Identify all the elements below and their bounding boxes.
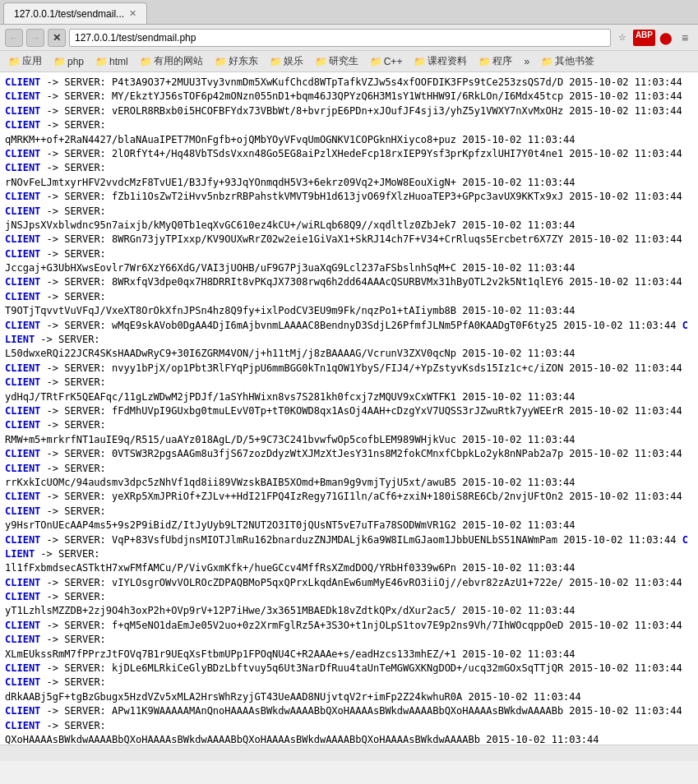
bookmark-research[interactable]: 📁 研究生 (310, 53, 363, 70)
bookmark-programs[interactable]: 📁 程序 (474, 53, 517, 70)
active-tab[interactable]: 127.0.0.1/test/sendmail... ✕ (3, 2, 147, 24)
bookmark-apps[interactable]: 📁 应用 (3, 53, 47, 70)
bookmark-label: 课程资料 (428, 54, 467, 68)
stop-button[interactable]: ✕ (48, 29, 66, 47)
tab-bar: 127.0.0.1/test/sendmail... ✕ (0, 0, 698, 25)
stop-icon[interactable]: ⬤ (658, 30, 674, 46)
folder-icon: 📁 (95, 56, 108, 67)
folder-icon: 📁 (541, 56, 553, 67)
folder-icon: 📁 (8, 56, 21, 67)
nav-bar: ← → ✕ ☆ ABP ⬤ ≡ (0, 25, 698, 51)
bookmark-entertainment[interactable]: 📁 娱乐 (265, 53, 308, 70)
bookmark-label: » (524, 56, 529, 67)
content-text: CLIENT -> SERVER: P4t3A9O37+2MUU3Tvy3vnm… (5, 76, 693, 745)
bookmark-useful[interactable]: 📁 有用的网站 (135, 53, 208, 70)
bookmark-label: C++ (384, 56, 403, 67)
bookmark-label: html (109, 56, 128, 67)
forward-button[interactable]: → (26, 29, 44, 47)
bookmark-others[interactable]: 📁 其他书签 (536, 53, 599, 70)
bookmark-label: 娱乐 (284, 54, 303, 68)
bookmark-label: 应用 (22, 54, 42, 68)
tab-title: 127.0.0.1/test/sendmail... (14, 8, 124, 20)
content-area[interactable]: CLIENT -> SERVER: P4t3A9O37+2MUU3Tvy3vnm… (0, 72, 698, 745)
bookmark-label: 有用的网站 (154, 54, 203, 68)
bookmark-more[interactable]: » (519, 54, 534, 69)
bookmark-label: 其他书签 (555, 54, 594, 68)
bookmark-php[interactable]: 📁 php (49, 54, 89, 69)
bookmark-cpp[interactable]: 📁 C++ (365, 54, 408, 69)
folder-icon: 📁 (270, 56, 282, 67)
bookmark-label: 研究生 (329, 54, 358, 68)
bookmark-html[interactable]: 📁 html (90, 54, 133, 69)
back-button[interactable]: ← (5, 29, 23, 47)
bookmark-good[interactable]: 📁 好东东 (210, 53, 263, 70)
bookmarks-bar: 📁 应用 📁 php 📁 html 📁 有用的网站 📁 好东东 📁 娱乐 📁 研… (0, 51, 698, 72)
nav-icons: ☆ ABP ⬤ ≡ (614, 30, 693, 46)
bookmark-label: php (67, 56, 84, 67)
bookmark-course[interactable]: 📁 课程资料 (409, 53, 472, 70)
folder-icon: 📁 (414, 56, 426, 67)
adblock-icon[interactable]: ABP (633, 30, 655, 46)
folder-icon: 📁 (370, 56, 382, 67)
folder-icon: 📁 (53, 56, 66, 67)
bookmark-label: 好东东 (229, 54, 258, 68)
address-input[interactable] (69, 29, 611, 47)
bookmark-label: 程序 (492, 54, 512, 68)
folder-icon: 📁 (215, 56, 227, 67)
folder-icon: 📁 (315, 56, 327, 67)
tab-close-btn[interactable]: ✕ (129, 8, 136, 19)
folder-icon: 📁 (478, 56, 491, 67)
folder-icon: 📁 (140, 56, 152, 67)
menu-icon[interactable]: ≡ (677, 30, 693, 46)
status-bar (0, 745, 698, 761)
star-icon[interactable]: ☆ (614, 30, 631, 46)
